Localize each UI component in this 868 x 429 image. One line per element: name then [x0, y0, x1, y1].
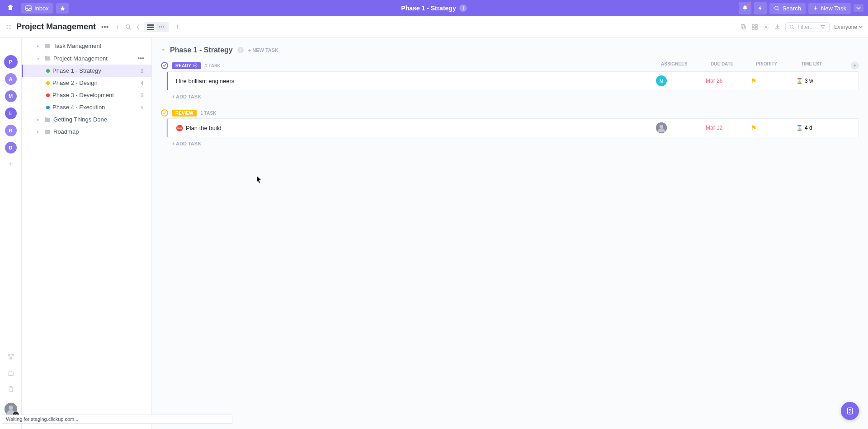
task-title: Plan the build	[186, 125, 656, 131]
everyone-label: Everyone	[834, 24, 857, 30]
sidebar-item[interactable]: Phase 2 - Design4	[22, 77, 151, 89]
status-toggle[interactable]	[161, 109, 168, 117]
topbar-right: Search New Task	[739, 2, 863, 14]
settings-button[interactable]	[763, 23, 769, 30]
chevron-icon: ▸	[37, 117, 42, 122]
space-avatar[interactable]: D	[5, 142, 17, 154]
grip-icon[interactable]	[5, 24, 12, 30]
add-space-rail-button[interactable]	[8, 161, 14, 167]
space-title[interactable]: Project Management	[16, 22, 96, 32]
chevron-icon: ▾	[37, 56, 42, 61]
search-space-button[interactable]	[125, 24, 132, 30]
inbox-button[interactable]: Inbox	[21, 3, 53, 14]
add-task-button[interactable]: + ADD TASK	[161, 90, 859, 103]
col-time-est: TIME EST.	[801, 61, 846, 70]
svg-rect-11	[742, 26, 746, 29]
svg-point-2	[7, 25, 8, 26]
info-icon[interactable]: i	[460, 5, 467, 12]
task-priority[interactable]: ⚑	[751, 124, 796, 131]
space-avatar[interactable]: L	[5, 107, 17, 119]
task-priority[interactable]: ⚑	[751, 77, 796, 84]
status-dot-icon	[46, 93, 50, 97]
status-badge[interactable]: REVIEW	[172, 110, 197, 117]
space-avatar[interactable]: A	[5, 73, 17, 85]
svg-rect-8	[147, 27, 154, 28]
task-due-date[interactable]: Mar 12	[706, 125, 751, 131]
export-button[interactable]	[774, 23, 781, 30]
col-assignees: ASSIGNEES	[661, 61, 711, 70]
app-logo-icon[interactable]	[5, 2, 16, 14]
space-avatar[interactable]: P	[5, 56, 17, 68]
task-row[interactable]: Hire brilliant engineersMMar 26⚑⌛3 w	[166, 71, 859, 90]
task-due-date[interactable]: Mar 26	[706, 78, 751, 84]
svg-rect-18	[8, 372, 14, 375]
content-area: Phase 1 - Strategy i + NEW TASK READY 1 …	[152, 38, 868, 429]
space-menu-button[interactable]: •••	[99, 23, 110, 31]
svg-rect-14	[752, 28, 754, 29]
add-view-button[interactable]	[175, 24, 180, 30]
space-avatar[interactable]: R	[5, 125, 17, 136]
list-view-tab[interactable]: •••	[144, 22, 169, 32]
svg-rect-12	[752, 24, 754, 26]
filter-input[interactable]: Filter...	[785, 22, 830, 32]
favorites-button[interactable]	[56, 3, 69, 14]
folder-icon	[44, 129, 51, 135]
info-icon[interactable]: i	[237, 47, 244, 53]
search-label: Search	[783, 5, 801, 12]
sidebar-item[interactable]: ▸Getting Things Done	[22, 113, 151, 126]
svg-rect-13	[755, 24, 757, 26]
automation-button[interactable]	[754, 2, 767, 14]
chevron-down-icon	[859, 26, 863, 28]
filter-placeholder: Filter...	[797, 24, 814, 30]
add-space-button[interactable]	[115, 24, 121, 30]
sidebar-item-label: Project Management	[53, 55, 108, 62]
task-count: 1 TASK	[200, 111, 216, 116]
add-column-button[interactable]: +	[851, 61, 859, 70]
hourglass-icon: ⌛	[796, 125, 803, 131]
status-toggle[interactable]	[161, 62, 168, 69]
collapse-views-button[interactable]	[136, 24, 140, 30]
item-count: 5	[141, 105, 147, 110]
everyone-dropdown[interactable]: Everyone	[834, 24, 863, 30]
sidebar-item[interactable]: ▸Task Management	[22, 40, 151, 52]
folder-icon	[44, 56, 51, 61]
item-menu-button[interactable]: •••	[137, 55, 147, 62]
sidebar-item[interactable]: Phase 1 - Strategy2	[22, 65, 151, 77]
assignee-avatar[interactable]: M	[656, 75, 667, 86]
sidebar-item-label: Getting Things Done	[53, 116, 107, 123]
status-badge[interactable]: READY	[172, 62, 201, 69]
sidebar-item[interactable]: Phase 4 - Execution5	[22, 101, 151, 113]
sidebar-item[interactable]: ▾Project Management•••	[22, 52, 151, 65]
task-time-est[interactable]: ⌛4 d	[796, 125, 841, 131]
chevron-left-icon	[136, 24, 140, 30]
task-time-est[interactable]: ⌛3 w	[796, 78, 841, 84]
notepad-fab[interactable]	[841, 402, 859, 420]
sidebar-item-label: Phase 4 - Execution	[52, 104, 105, 111]
search-button[interactable]: Search	[769, 3, 806, 14]
new-task-dropdown[interactable]	[854, 4, 863, 12]
task-row[interactable]: ⛔Plan the buildMar 12⚑⌛4 d	[166, 118, 859, 137]
chevron-down-icon	[856, 6, 861, 10]
new-task-link[interactable]: + NEW TASK	[248, 47, 278, 53]
trophy-icon[interactable]	[7, 353, 14, 360]
copy-button[interactable]	[740, 23, 747, 30]
notifications-button[interactable]	[739, 2, 751, 14]
briefcase-icon[interactable]	[7, 369, 14, 377]
space-avatar[interactable]: M	[5, 90, 17, 102]
sidebar-item[interactable]: Phase 3 - Development5	[22, 89, 151, 101]
task-count: 1 TASK	[205, 63, 221, 68]
sidebar-item-label: Phase 1 - Strategy	[52, 67, 101, 74]
task-title: Hire brilliant engineers	[176, 78, 656, 84]
new-task-button[interactable]: New Task	[808, 3, 851, 14]
svg-point-1	[774, 6, 778, 9]
add-task-button[interactable]: + ADD TASK	[161, 137, 859, 150]
plus-icon	[115, 24, 121, 30]
user-avatar[interactable]: 2	[5, 403, 17, 415]
assignee-avatar[interactable]	[656, 122, 667, 133]
expand-button[interactable]	[751, 23, 758, 30]
group-toggle[interactable]	[161, 48, 165, 52]
plus-icon	[175, 24, 180, 30]
clipboard-icon[interactable]	[7, 386, 14, 393]
sidebar-item[interactable]: ▸Roadmap	[22, 126, 151, 138]
svg-rect-9	[147, 29, 154, 30]
